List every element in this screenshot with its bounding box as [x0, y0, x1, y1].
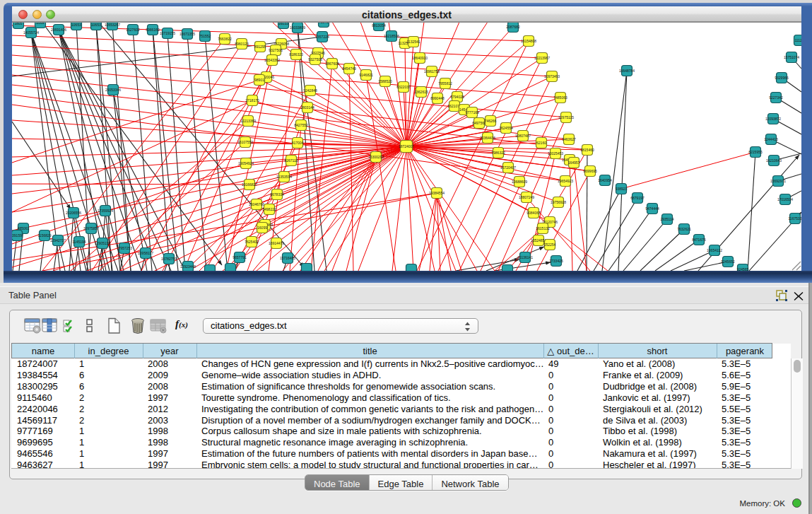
svg-text:8215955: 8215955: [748, 150, 763, 154]
svg-text:10958117: 10958117: [138, 251, 153, 255]
svg-text:9657791: 9657791: [233, 255, 247, 259]
svg-text:9463627: 9463627: [562, 137, 576, 141]
svg-text:9327506: 9327506: [269, 48, 283, 52]
svg-text:9245652: 9245652: [721, 259, 735, 264]
svg-text:19054924: 19054924: [238, 161, 254, 165]
svg-text:1244413: 1244413: [764, 137, 778, 141]
svg-text:62160: 62160: [536, 141, 546, 145]
svg-text:15716485: 15716485: [280, 256, 295, 260]
svg-text:2935114: 2935114: [660, 217, 673, 221]
svg-text:8186323: 8186323: [289, 52, 303, 57]
svg-text:6322037: 6322037: [396, 85, 411, 89]
svg-text:17359924: 17359924: [98, 209, 113, 213]
svg-text:20206556: 20206556: [66, 211, 81, 215]
svg-text:252254: 252254: [544, 243, 556, 247]
svg-text:16099: 16099: [257, 226, 267, 230]
svg-text:9815460: 9815460: [580, 148, 594, 152]
svg-text:417004: 417004: [292, 141, 304, 145]
svg-text:12942737: 12942737: [50, 238, 66, 243]
svg-text:16210643: 16210643: [766, 158, 782, 163]
svg-text:6879197: 6879197: [630, 196, 645, 200]
svg-text:9227342: 9227342: [769, 95, 783, 100]
svg-text:9474444: 9474444: [645, 206, 659, 211]
svg-text:20691406: 20691406: [51, 28, 66, 32]
svg-text:9084067: 9084067: [526, 211, 541, 215]
svg-text:10654112: 10654112: [707, 248, 722, 252]
svg-text:15751074: 15751074: [784, 55, 799, 59]
svg-text:1132541: 1132541: [406, 40, 420, 44]
svg-text:7632621: 7632621: [677, 227, 691, 231]
svg-text:16046766: 16046766: [249, 202, 264, 206]
svg-text:15136141: 15136141: [517, 255, 533, 259]
svg-text:9146821: 9146821: [359, 73, 373, 77]
svg-text:1156829: 1156829: [37, 233, 51, 238]
svg-text:2069: 2069: [36, 23, 44, 25]
svg-text:7485063: 7485063: [553, 95, 567, 100]
svg-text:2867608: 2867608: [325, 62, 339, 66]
svg-text:20364436: 20364436: [480, 136, 495, 140]
svg-text:2087682: 2087682: [506, 25, 520, 29]
svg-text:12213369: 12213369: [240, 119, 256, 123]
svg-text:1527602: 1527602: [126, 28, 140, 32]
svg-text:14055724: 14055724: [23, 30, 39, 35]
svg-text:2803144: 2803144: [300, 105, 314, 110]
svg-text:10025453: 10025453: [548, 151, 563, 156]
svg-text:39159: 39159: [12, 233, 22, 238]
svg-text:1588520: 1588520: [378, 79, 392, 83]
svg-text:1733426: 1733426: [549, 259, 563, 263]
svg-text:19384554: 19384554: [429, 191, 445, 195]
svg-text:15692971: 15692971: [770, 179, 786, 183]
svg-text:9242848: 9242848: [303, 88, 317, 93]
svg-text:8427552: 8427552: [294, 123, 308, 127]
svg-text:73572: 73572: [319, 23, 329, 24]
svg-text:12923448: 12923448: [180, 264, 196, 269]
svg-text:12905135: 12905135: [95, 241, 110, 245]
svg-text:7986322: 7986322: [491, 151, 505, 155]
svg-text:11123: 11123: [794, 38, 801, 42]
svg-text:16914479: 16914479: [269, 241, 284, 245]
svg-text:18807249: 18807249: [519, 195, 534, 199]
svg-text:8678334: 8678334: [270, 192, 284, 197]
svg-text:10688609: 10688609: [512, 180, 527, 184]
svg-text:8471676: 8471676: [692, 238, 706, 242]
svg-text:16543362: 16543362: [264, 58, 280, 62]
svg-text:11353594: 11353594: [276, 175, 292, 179]
svg-text:7625402: 7625402: [245, 240, 259, 244]
svg-text:8990448: 8990448: [430, 96, 445, 100]
svg-text:16107552: 16107552: [237, 140, 253, 144]
svg-text:9327508: 9327508: [308, 57, 322, 62]
svg-text:2718170: 2718170: [245, 98, 259, 103]
svg-text:1362615: 1362615: [414, 90, 428, 94]
svg-text:18724007: 18724007: [399, 144, 414, 148]
svg-text:9699695: 9699695: [583, 169, 597, 173]
svg-text:1167533: 1167533: [788, 216, 801, 221]
svg-text:751552: 751552: [199, 34, 211, 38]
svg-text:9777169: 9777169: [465, 110, 479, 115]
svg-text:938923: 938923: [616, 187, 628, 191]
svg-text:19756928: 19756928: [551, 200, 566, 204]
svg-text:7663822: 7663822: [218, 37, 232, 41]
svg-text:19218506: 19218506: [384, 34, 399, 38]
svg-text:19654923: 19654923: [558, 179, 573, 183]
svg-text:10807487: 10807487: [515, 134, 531, 138]
svg-text:16154808: 16154808: [521, 39, 536, 43]
svg-text:3624554: 3624554: [499, 126, 513, 130]
svg-text:10653: 10653: [91, 23, 101, 27]
svg-text:7357224: 7357224: [315, 35, 329, 39]
svg-text:9329966: 9329966: [775, 76, 789, 80]
svg-text:8960123: 8960123: [235, 42, 249, 46]
svg-text:1615132: 1615132: [536, 226, 550, 230]
svg-text:8813054: 8813054: [372, 23, 386, 28]
svg-text:1640954: 1640954: [598, 178, 612, 182]
svg-text:746266: 746266: [485, 119, 497, 123]
svg-text:5498222: 5498222: [262, 207, 276, 211]
svg-text:15720407: 15720407: [500, 165, 516, 170]
svg-text:30975857: 30975857: [83, 226, 99, 230]
svg-text:8454749: 8454749: [342, 66, 356, 71]
svg-text:1145194: 1145194: [72, 240, 86, 244]
svg-text:12213967: 12213967: [534, 56, 550, 60]
svg-text:6966160: 6966160: [146, 28, 160, 32]
svg-text:7955812: 7955812: [438, 81, 452, 86]
svg-text:17016504: 17016504: [777, 197, 793, 201]
svg-text:29053346: 29053346: [105, 88, 121, 92]
